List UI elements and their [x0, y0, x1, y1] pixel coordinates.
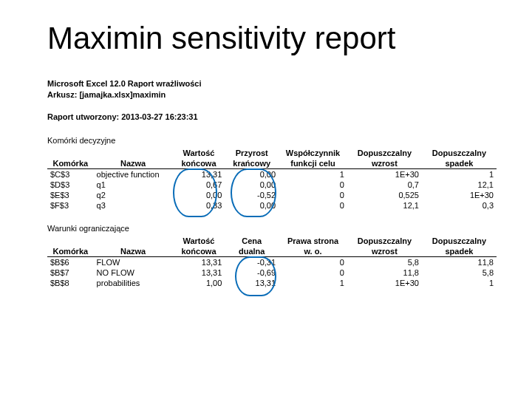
section-constraints: Warunki ograniczające	[47, 224, 497, 233]
final-value: 0,67	[173, 180, 225, 190]
h1t3: Przyrost	[225, 148, 279, 158]
allow-decrease: 1E+30	[422, 190, 497, 200]
rhs: 0	[279, 257, 347, 268]
table1-wrap: Wartość Przyrost Współczynnik Dopuszczal…	[47, 148, 497, 211]
cell-ref: $F$3	[47, 200, 94, 211]
table-row: $B$8 probabilities 1,00 13,31 1 1E+30 1	[47, 278, 497, 288]
cell-name: q3	[94, 200, 173, 211]
h1b4: funkcji celu	[279, 158, 347, 169]
obj-coef: 0	[279, 190, 347, 200]
table2-wrap: Wartość Cena Prawa strona Dopuszczalny D…	[47, 236, 497, 288]
cell-ref: $B$6	[47, 257, 94, 268]
allow-increase: 5,8	[347, 257, 422, 268]
allow-increase: 1E+30	[347, 278, 422, 288]
obj-coef: 0	[279, 180, 347, 190]
cell-ref: $E$3	[47, 190, 94, 200]
cell-name: q1	[94, 180, 173, 190]
allow-decrease: 11,8	[422, 257, 497, 268]
h1b5: wzrost	[347, 158, 422, 169]
table-row: $D$3 q1 0,67 0,00 0 0,7 12,1	[47, 180, 497, 190]
h1b6: spadek	[422, 158, 497, 169]
h2b5: wzrost	[347, 246, 422, 257]
h2b0: Komórka	[47, 246, 94, 257]
slide: Maximin sensitivity report Microsoft Exc…	[0, 0, 532, 399]
shadow-price: -0,69	[225, 267, 279, 278]
h1t2: Wartość	[173, 148, 225, 158]
h2t1	[94, 236, 173, 246]
allow-decrease: 1	[422, 169, 497, 180]
h2t5: Dopuszczalny	[347, 236, 422, 246]
final-value: 13,31	[173, 267, 225, 278]
h1t5: Dopuszczalny	[347, 148, 422, 158]
h2t4: Prawa strona	[279, 236, 347, 246]
table-row: $C$3 objective function 13,31 0,00 1 1E+…	[47, 169, 497, 180]
cell-name: q2	[94, 190, 173, 200]
cell-name: objective function	[94, 169, 173, 180]
h1t1	[94, 148, 173, 158]
allow-increase: 0,525	[347, 190, 422, 200]
final-value: 0,33	[173, 200, 225, 211]
section-decision-cells: Komórki decyzyjne	[47, 136, 497, 145]
table1-header-bot: Komórka Nazwa końcowa krańcowy funkcji c…	[47, 158, 497, 169]
h1b0: Komórka	[47, 158, 94, 169]
table-decision-cells: Wartość Przyrost Współczynnik Dopuszczal…	[47, 148, 497, 211]
final-value: 13,31	[173, 257, 225, 268]
reduced-cost: 0,00	[225, 180, 279, 190]
rhs: 1	[279, 278, 347, 288]
allow-increase: 0,7	[347, 180, 422, 190]
final-value: 13,31	[173, 169, 225, 180]
shadow-price: -0,31	[225, 257, 279, 268]
h2t2: Wartość	[173, 236, 225, 246]
final-value: 0,00	[173, 190, 225, 200]
meta-line-2: Arkusz: [jamajka.xlsx]maximin	[47, 89, 497, 100]
cell-ref: $B$8	[47, 278, 94, 288]
reduced-cost: 0,00	[225, 169, 279, 180]
h2b4: w. o.	[279, 246, 347, 257]
page-title: Maximin sensitivity report	[47, 21, 497, 56]
allow-increase: 1E+30	[347, 169, 422, 180]
h1t0	[47, 148, 94, 158]
allow-decrease: 12,1	[422, 180, 497, 190]
allow-decrease: 0,3	[422, 200, 497, 211]
h1b3: krańcowy	[225, 158, 279, 169]
report-meta: Microsoft Excel 12.0 Raport wrażliwości …	[47, 78, 497, 123]
h1b2: końcowa	[173, 158, 225, 169]
final-value: 1,00	[173, 278, 225, 288]
cell-ref: $B$7	[47, 267, 94, 278]
h2t0	[47, 236, 94, 246]
table-row: $F$3 q3 0,33 0,00 0 12,1 0,3	[47, 200, 497, 211]
reduced-cost: 0,00	[225, 200, 279, 211]
cell-name: probabilities	[94, 278, 173, 288]
rhs: 0	[279, 267, 347, 278]
allow-decrease: 1	[422, 278, 497, 288]
table2-header-bot: Komórka Nazwa końcowa dualna w. o. wzros…	[47, 246, 497, 257]
h2t3: Cena	[225, 236, 279, 246]
meta-line-3: Raport utworzony: 2013-03-27 16:23:31	[47, 112, 497, 123]
reduced-cost: -0,52	[225, 190, 279, 200]
shadow-price: 13,31	[225, 278, 279, 288]
h1b1: Nazwa	[94, 158, 173, 169]
allow-decrease: 5,8	[422, 267, 497, 278]
cell-ref: $D$3	[47, 180, 94, 190]
table2-header-top: Wartość Cena Prawa strona Dopuszczalny D…	[47, 236, 497, 246]
cell-ref: $C$3	[47, 169, 94, 180]
meta-line-1: Microsoft Excel 12.0 Raport wrażliwości	[47, 78, 497, 89]
h2b2: końcowa	[173, 246, 225, 257]
table-row: $E$3 q2 0,00 -0,52 0 0,525 1E+30	[47, 190, 497, 200]
table-row: $B$6 FLOW 13,31 -0,31 0 5,8 11,8	[47, 257, 497, 268]
cell-name: FLOW	[94, 257, 173, 268]
h2b1: Nazwa	[94, 246, 173, 257]
table1-header-top: Wartość Przyrost Współczynnik Dopuszczal…	[47, 148, 497, 158]
h2b3: dualna	[225, 246, 279, 257]
h1t6: Dopuszczalny	[422, 148, 497, 158]
allow-increase: 11,8	[347, 267, 422, 278]
cell-name: NO FLOW	[94, 267, 173, 278]
h2t6: Dopuszczalny	[422, 236, 497, 246]
table-row: $B$7 NO FLOW 13,31 -0,69 0 11,8 5,8	[47, 267, 497, 278]
h1t4: Współczynnik	[279, 148, 347, 158]
allow-increase: 12,1	[347, 200, 422, 211]
table-constraints: Wartość Cena Prawa strona Dopuszczalny D…	[47, 236, 497, 288]
h2b6: spadek	[422, 246, 497, 257]
obj-coef: 1	[279, 169, 347, 180]
obj-coef: 0	[279, 200, 347, 211]
